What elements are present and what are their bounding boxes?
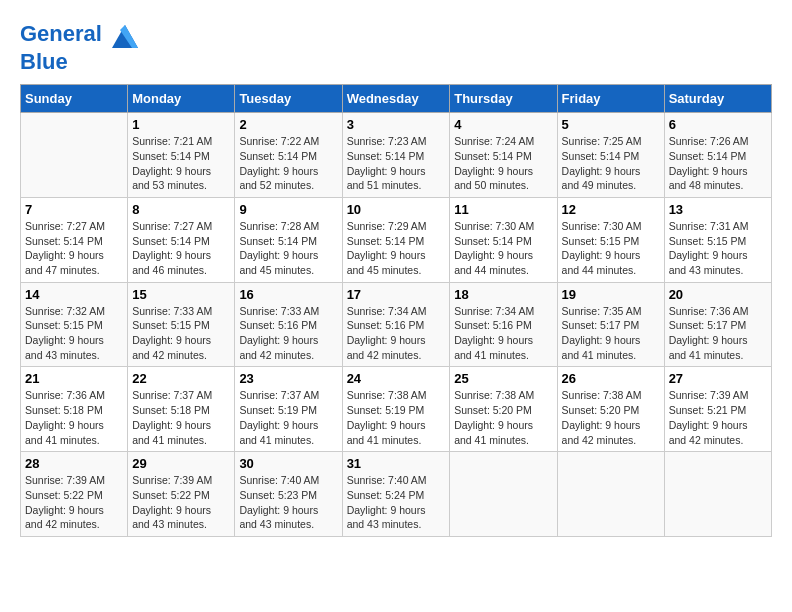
day-number: 23 — [239, 371, 337, 386]
calendar-cell: 1Sunrise: 7:21 AM Sunset: 5:14 PM Daylig… — [128, 113, 235, 198]
day-number: 9 — [239, 202, 337, 217]
day-number: 22 — [132, 371, 230, 386]
day-number: 7 — [25, 202, 123, 217]
calendar-cell: 23Sunrise: 7:37 AM Sunset: 5:19 PM Dayli… — [235, 367, 342, 452]
dow-header-tuesday: Tuesday — [235, 85, 342, 113]
calendar-cell: 28Sunrise: 7:39 AM Sunset: 5:22 PM Dayli… — [21, 452, 128, 537]
calendar-cell: 20Sunrise: 7:36 AM Sunset: 5:17 PM Dayli… — [664, 282, 771, 367]
day-info: Sunrise: 7:27 AM Sunset: 5:14 PM Dayligh… — [132, 219, 230, 278]
day-number: 24 — [347, 371, 446, 386]
calendar-cell: 25Sunrise: 7:38 AM Sunset: 5:20 PM Dayli… — [450, 367, 557, 452]
day-info: Sunrise: 7:26 AM Sunset: 5:14 PM Dayligh… — [669, 134, 767, 193]
calendar-cell: 31Sunrise: 7:40 AM Sunset: 5:24 PM Dayli… — [342, 452, 450, 537]
day-number: 10 — [347, 202, 446, 217]
day-number: 14 — [25, 287, 123, 302]
calendar-cell: 17Sunrise: 7:34 AM Sunset: 5:16 PM Dayli… — [342, 282, 450, 367]
day-info: Sunrise: 7:23 AM Sunset: 5:14 PM Dayligh… — [347, 134, 446, 193]
day-info: Sunrise: 7:38 AM Sunset: 5:20 PM Dayligh… — [562, 388, 660, 447]
day-info: Sunrise: 7:38 AM Sunset: 5:20 PM Dayligh… — [454, 388, 552, 447]
calendar-cell: 11Sunrise: 7:30 AM Sunset: 5:14 PM Dayli… — [450, 197, 557, 282]
day-info: Sunrise: 7:40 AM Sunset: 5:24 PM Dayligh… — [347, 473, 446, 532]
day-info: Sunrise: 7:32 AM Sunset: 5:15 PM Dayligh… — [25, 304, 123, 363]
calendar-cell: 15Sunrise: 7:33 AM Sunset: 5:15 PM Dayli… — [128, 282, 235, 367]
day-number: 17 — [347, 287, 446, 302]
calendar-cell: 5Sunrise: 7:25 AM Sunset: 5:14 PM Daylig… — [557, 113, 664, 198]
calendar-week-1: 1Sunrise: 7:21 AM Sunset: 5:14 PM Daylig… — [21, 113, 772, 198]
calendar-cell: 21Sunrise: 7:36 AM Sunset: 5:18 PM Dayli… — [21, 367, 128, 452]
day-number: 18 — [454, 287, 552, 302]
day-info: Sunrise: 7:36 AM Sunset: 5:17 PM Dayligh… — [669, 304, 767, 363]
dow-header-friday: Friday — [557, 85, 664, 113]
day-number: 3 — [347, 117, 446, 132]
dow-header-wednesday: Wednesday — [342, 85, 450, 113]
calendar-cell: 10Sunrise: 7:29 AM Sunset: 5:14 PM Dayli… — [342, 197, 450, 282]
day-number: 28 — [25, 456, 123, 471]
day-info: Sunrise: 7:21 AM Sunset: 5:14 PM Dayligh… — [132, 134, 230, 193]
calendar-cell: 2Sunrise: 7:22 AM Sunset: 5:14 PM Daylig… — [235, 113, 342, 198]
calendar-cell — [557, 452, 664, 537]
day-number: 1 — [132, 117, 230, 132]
calendar-cell: 18Sunrise: 7:34 AM Sunset: 5:16 PM Dayli… — [450, 282, 557, 367]
day-number: 8 — [132, 202, 230, 217]
calendar-cell — [21, 113, 128, 198]
day-number: 11 — [454, 202, 552, 217]
day-info: Sunrise: 7:34 AM Sunset: 5:16 PM Dayligh… — [347, 304, 446, 363]
calendar-cell — [450, 452, 557, 537]
calendar-cell: 30Sunrise: 7:40 AM Sunset: 5:23 PM Dayli… — [235, 452, 342, 537]
day-info: Sunrise: 7:36 AM Sunset: 5:18 PM Dayligh… — [25, 388, 123, 447]
day-info: Sunrise: 7:29 AM Sunset: 5:14 PM Dayligh… — [347, 219, 446, 278]
day-info: Sunrise: 7:33 AM Sunset: 5:15 PM Dayligh… — [132, 304, 230, 363]
calendar-week-3: 14Sunrise: 7:32 AM Sunset: 5:15 PM Dayli… — [21, 282, 772, 367]
day-number: 19 — [562, 287, 660, 302]
dow-header-thursday: Thursday — [450, 85, 557, 113]
day-info: Sunrise: 7:33 AM Sunset: 5:16 PM Dayligh… — [239, 304, 337, 363]
day-number: 16 — [239, 287, 337, 302]
calendar-cell: 26Sunrise: 7:38 AM Sunset: 5:20 PM Dayli… — [557, 367, 664, 452]
calendar-week-2: 7Sunrise: 7:27 AM Sunset: 5:14 PM Daylig… — [21, 197, 772, 282]
day-number: 26 — [562, 371, 660, 386]
day-info: Sunrise: 7:37 AM Sunset: 5:18 PM Dayligh… — [132, 388, 230, 447]
calendar-cell: 16Sunrise: 7:33 AM Sunset: 5:16 PM Dayli… — [235, 282, 342, 367]
day-info: Sunrise: 7:34 AM Sunset: 5:16 PM Dayligh… — [454, 304, 552, 363]
calendar-cell: 9Sunrise: 7:28 AM Sunset: 5:14 PM Daylig… — [235, 197, 342, 282]
day-number: 2 — [239, 117, 337, 132]
dow-header-sunday: Sunday — [21, 85, 128, 113]
calendar-cell: 13Sunrise: 7:31 AM Sunset: 5:15 PM Dayli… — [664, 197, 771, 282]
calendar-cell: 8Sunrise: 7:27 AM Sunset: 5:14 PM Daylig… — [128, 197, 235, 282]
dow-header-saturday: Saturday — [664, 85, 771, 113]
day-info: Sunrise: 7:39 AM Sunset: 5:21 PM Dayligh… — [669, 388, 767, 447]
logo-text: General — [20, 20, 140, 50]
calendar-table: SundayMondayTuesdayWednesdayThursdayFrid… — [20, 84, 772, 537]
day-info: Sunrise: 7:25 AM Sunset: 5:14 PM Dayligh… — [562, 134, 660, 193]
calendar-cell — [664, 452, 771, 537]
day-number: 29 — [132, 456, 230, 471]
day-info: Sunrise: 7:31 AM Sunset: 5:15 PM Dayligh… — [669, 219, 767, 278]
page-header: General Blue — [20, 20, 772, 74]
logo: General Blue — [20, 20, 140, 74]
day-info: Sunrise: 7:28 AM Sunset: 5:14 PM Dayligh… — [239, 219, 337, 278]
day-number: 6 — [669, 117, 767, 132]
calendar-cell: 14Sunrise: 7:32 AM Sunset: 5:15 PM Dayli… — [21, 282, 128, 367]
calendar-week-5: 28Sunrise: 7:39 AM Sunset: 5:22 PM Dayli… — [21, 452, 772, 537]
day-number: 21 — [25, 371, 123, 386]
calendar-cell: 6Sunrise: 7:26 AM Sunset: 5:14 PM Daylig… — [664, 113, 771, 198]
calendar-cell: 3Sunrise: 7:23 AM Sunset: 5:14 PM Daylig… — [342, 113, 450, 198]
day-info: Sunrise: 7:27 AM Sunset: 5:14 PM Dayligh… — [25, 219, 123, 278]
day-info: Sunrise: 7:39 AM Sunset: 5:22 PM Dayligh… — [132, 473, 230, 532]
dow-header-monday: Monday — [128, 85, 235, 113]
calendar-cell: 4Sunrise: 7:24 AM Sunset: 5:14 PM Daylig… — [450, 113, 557, 198]
day-info: Sunrise: 7:37 AM Sunset: 5:19 PM Dayligh… — [239, 388, 337, 447]
day-info: Sunrise: 7:40 AM Sunset: 5:23 PM Dayligh… — [239, 473, 337, 532]
day-info: Sunrise: 7:38 AM Sunset: 5:19 PM Dayligh… — [347, 388, 446, 447]
calendar-cell: 22Sunrise: 7:37 AM Sunset: 5:18 PM Dayli… — [128, 367, 235, 452]
day-info: Sunrise: 7:24 AM Sunset: 5:14 PM Dayligh… — [454, 134, 552, 193]
day-number: 5 — [562, 117, 660, 132]
calendar-body: 1Sunrise: 7:21 AM Sunset: 5:14 PM Daylig… — [21, 113, 772, 537]
day-number: 20 — [669, 287, 767, 302]
calendar-cell: 12Sunrise: 7:30 AM Sunset: 5:15 PM Dayli… — [557, 197, 664, 282]
day-number: 27 — [669, 371, 767, 386]
day-number: 13 — [669, 202, 767, 217]
calendar-cell: 29Sunrise: 7:39 AM Sunset: 5:22 PM Dayli… — [128, 452, 235, 537]
day-number: 15 — [132, 287, 230, 302]
day-number: 25 — [454, 371, 552, 386]
